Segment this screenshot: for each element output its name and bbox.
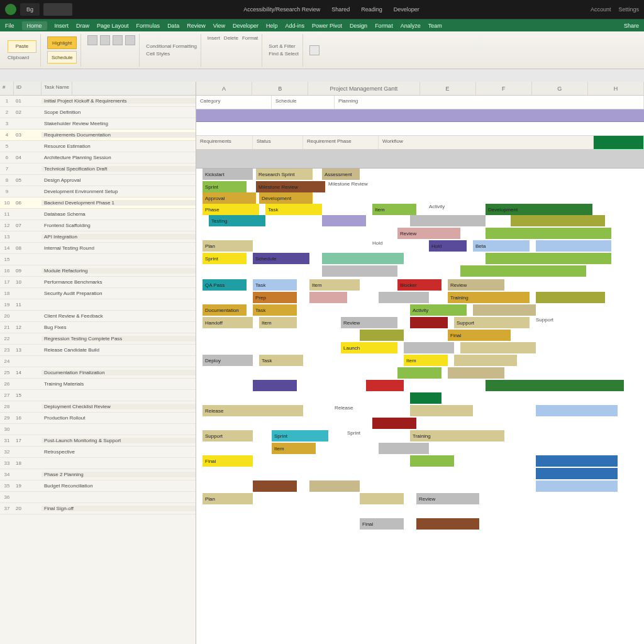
sort-button[interactable]: Sort & Filter bbox=[269, 43, 299, 49]
task-row[interactable]: 2313Release Candidate Build bbox=[0, 345, 196, 356]
shield-icon[interactable] bbox=[309, 45, 319, 55]
task-row[interactable]: 5Resource Estimation bbox=[0, 141, 196, 152]
task-row[interactable]: 1006Backend Development Phase 1 bbox=[0, 197, 196, 209]
gantt-bar[interactable] bbox=[416, 518, 479, 530]
menu-draw[interactable]: Draw bbox=[76, 23, 89, 29]
task-row[interactable]: 3720Final Sign-off bbox=[0, 503, 196, 514]
gantt-bar[interactable] bbox=[536, 405, 618, 416]
gantt-bar[interactable]: Plan bbox=[203, 240, 253, 252]
title-item[interactable]: Developer bbox=[394, 6, 419, 13]
gantt-bar[interactable]: Milestone Review bbox=[256, 181, 325, 192]
gantt-bar[interactable]: Item bbox=[309, 279, 360, 291]
gantt-bar[interactable] bbox=[379, 443, 429, 454]
col-header-code[interactable]: ID bbox=[14, 82, 42, 95]
gantt-bar[interactable]: Sprint bbox=[272, 430, 328, 441]
col-a[interactable]: A bbox=[196, 82, 252, 95]
gantt-bar[interactable] bbox=[404, 342, 454, 353]
task-row[interactable]: 2916Production Rollout bbox=[0, 413, 196, 424]
task-row[interactable]: 805Design Approval bbox=[0, 175, 196, 186]
title-item[interactable]: Reading bbox=[361, 6, 382, 13]
menu-share[interactable]: Share bbox=[624, 23, 639, 29]
task-row[interactable]: 3318 bbox=[0, 458, 196, 469]
gantt-bar[interactable]: Review bbox=[416, 493, 479, 504]
gantt-bar[interactable] bbox=[360, 493, 404, 504]
gantt-bar[interactable]: Deploy bbox=[203, 355, 253, 366]
gantt-bar[interactable] bbox=[322, 265, 397, 277]
gantt-bar[interactable] bbox=[460, 265, 586, 277]
gantt-bar[interactable]: Testing bbox=[209, 215, 265, 226]
menu-dev[interactable]: Developer bbox=[233, 23, 258, 29]
gantt-bar[interactable]: Task bbox=[253, 304, 297, 316]
gantt-bar[interactable] bbox=[460, 342, 536, 353]
gantt-bar[interactable]: Final bbox=[360, 518, 404, 530]
gantt-bar[interactable] bbox=[410, 215, 486, 226]
menu-home[interactable]: Home bbox=[22, 21, 47, 30]
task-row[interactable]: 1911 bbox=[0, 299, 196, 311]
gantt-bar[interactable]: Phase bbox=[203, 204, 259, 215]
gantt-bar[interactable]: Support bbox=[203, 430, 253, 441]
window-tab[interactable]: Bg bbox=[20, 3, 40, 16]
gantt-bar[interactable]: Task bbox=[253, 279, 297, 291]
task-row[interactable]: 18Security Audit Preparation bbox=[0, 288, 196, 299]
gantt-bar[interactable] bbox=[486, 228, 611, 239]
ribbon-label[interactable]: Conditional Formatting bbox=[146, 43, 196, 49]
col-header-task[interactable]: Task Name bbox=[42, 82, 72, 95]
gantt-bar[interactable]: Documentation bbox=[203, 304, 247, 316]
col-e[interactable]: E bbox=[420, 82, 476, 95]
task-row[interactable]: 9Development Environment Setup bbox=[0, 186, 196, 197]
gantt-bar[interactable]: Plan bbox=[203, 493, 253, 504]
menu-help[interactable]: Help bbox=[266, 23, 278, 29]
task-row[interactable]: 3117Post-Launch Monitoring & Support bbox=[0, 435, 196, 447]
gantt-bar[interactable]: Sprint bbox=[203, 253, 247, 264]
task-row[interactable]: 7Technical Specification Draft bbox=[0, 164, 196, 175]
gantt-bar[interactable]: Task bbox=[259, 355, 303, 366]
task-row[interactable]: 1207Frontend Scaffolding bbox=[0, 220, 196, 231]
task-row[interactable]: 1609Module Refactoring bbox=[0, 265, 196, 277]
gantt-bar[interactable]: Research Sprint bbox=[256, 169, 313, 180]
task-row[interactable]: 36 bbox=[0, 492, 196, 503]
gantt-bar[interactable]: Development bbox=[259, 192, 313, 204]
gantt-bar[interactable]: Activity bbox=[410, 304, 467, 316]
insert-button[interactable]: Insert bbox=[208, 35, 220, 65]
menu-layout[interactable]: Page Layout bbox=[97, 23, 129, 29]
task-row[interactable]: 604Architecture Planning Session bbox=[0, 152, 196, 164]
gantt-bar[interactable] bbox=[397, 367, 441, 379]
gantt-bar[interactable]: Kickstart bbox=[203, 169, 253, 180]
task-row[interactable]: 22Regression Testing Complete Pass bbox=[0, 333, 196, 345]
gantt-bar[interactable]: Final bbox=[448, 330, 511, 341]
gantt-bar[interactable]: QA Pass bbox=[203, 279, 247, 291]
task-row[interactable]: 34Phase 2 Planning bbox=[0, 469, 196, 480]
bold-icon[interactable] bbox=[87, 35, 97, 45]
gantt-bar[interactable]: Review bbox=[341, 317, 397, 328]
find-button[interactable]: Find & Select bbox=[269, 51, 299, 57]
gantt-bar[interactable]: Release bbox=[203, 405, 303, 416]
task-row[interactable]: 403Requirements Documentation bbox=[0, 130, 196, 141]
title-item[interactable]: Accessibility/Research Review bbox=[243, 6, 320, 13]
menu-design[interactable]: Design bbox=[350, 23, 367, 29]
gantt-bar[interactable] bbox=[454, 355, 517, 366]
task-row[interactable]: 20Client Review & Feedback bbox=[0, 311, 196, 322]
gantt-bar[interactable] bbox=[486, 253, 611, 264]
gantt-bar[interactable]: Prep bbox=[253, 292, 297, 303]
gantt-bar[interactable]: Review bbox=[448, 279, 504, 291]
task-row[interactable]: 2112Bug Fixes bbox=[0, 322, 196, 333]
gantt-bar[interactable] bbox=[486, 380, 624, 391]
gantt-bar[interactable] bbox=[410, 405, 473, 416]
fill-icon[interactable] bbox=[125, 35, 135, 45]
gantt-bar[interactable]: Task bbox=[265, 204, 322, 215]
gantt-bar[interactable]: Item bbox=[259, 317, 297, 328]
gantt-bar[interactable]: Review bbox=[397, 228, 460, 239]
underline-icon[interactable] bbox=[113, 35, 123, 45]
task-row[interactable]: 13API Integration bbox=[0, 231, 196, 243]
gantt-bar[interactable] bbox=[309, 292, 347, 303]
task-row[interactable]: 1408Internal Testing Round bbox=[0, 243, 196, 254]
paste-button[interactable]: Paste bbox=[8, 40, 36, 53]
menu-team[interactable]: Team bbox=[428, 23, 442, 29]
gantt-bar[interactable]: Support bbox=[454, 317, 530, 328]
gantt-bar[interactable]: Launch bbox=[341, 342, 397, 353]
gantt-bar[interactable] bbox=[372, 418, 416, 429]
gantt-bar[interactable]: Schedule bbox=[253, 253, 309, 264]
task-row[interactable]: 3Stakeholder Review Meeting bbox=[0, 118, 196, 130]
task-row[interactable]: 24 bbox=[0, 356, 196, 367]
task-row[interactable]: 101Initial Project Kickoff & Requirement… bbox=[0, 96, 196, 107]
